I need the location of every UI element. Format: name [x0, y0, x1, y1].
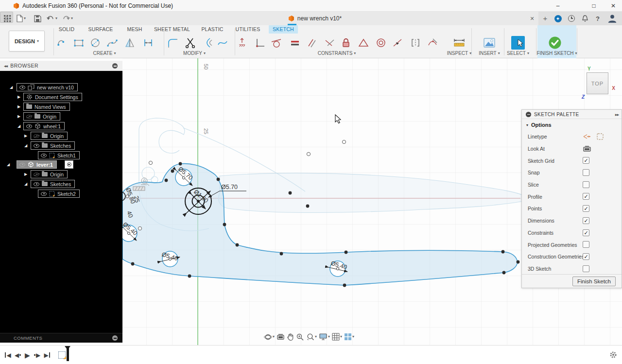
tab-utilities[interactable]: UTILITIES [236, 26, 260, 34]
horizontal-vertical-constraint-icon[interactable] [235, 36, 249, 50]
measure-tool-icon[interactable] [452, 36, 466, 50]
grid-snap-button[interactable]: ▾ [332, 333, 342, 341]
expand-arrow-icon[interactable]: ▶ [24, 172, 27, 176]
tab-mesh[interactable]: MESH [127, 26, 142, 34]
projected-geometries-checkbox[interactable] [583, 241, 589, 248]
expand-arrow-icon[interactable]: ▶ [17, 104, 20, 109]
curve-tool-icon[interactable] [216, 36, 229, 50]
centerline-icon[interactable] [583, 133, 591, 140]
profile-checkbox[interactable]: ✓ [583, 193, 589, 200]
symmetry-constraint-icon[interactable] [409, 36, 422, 50]
workspace-selector[interactable]: DESIGN ▾ [9, 31, 45, 52]
coincident-constraint-icon[interactable] [253, 36, 267, 50]
expand-arrow-icon[interactable]: ▶ [17, 114, 20, 119]
timeline-skip-end-button[interactable]: ▶ [43, 351, 51, 359]
tree-item-origin[interactable]: Origin [23, 112, 60, 121]
eye-visible-icon[interactable] [19, 86, 25, 89]
line-tool-icon[interactable] [55, 36, 69, 50]
fix-constraint-icon[interactable] [339, 36, 353, 50]
circle-tool-icon[interactable] [88, 36, 102, 50]
zoom-button[interactable] [296, 333, 304, 341]
tree-item-named-views[interactable]: Named Views [23, 103, 70, 111]
save-button[interactable] [34, 14, 41, 23]
tree-item-wheel-sketches[interactable]: Sketches [31, 141, 75, 150]
activate-component-radio[interactable] [65, 160, 73, 169]
help-icon[interactable]: ? [593, 14, 603, 23]
constraints-checkbox[interactable]: ✓ [583, 229, 589, 236]
new-tab-button[interactable]: + [540, 13, 550, 24]
dimensions-checkbox[interactable]: ✓ [583, 217, 589, 224]
expand-arrow-icon[interactable]: ◢ [7, 162, 10, 167]
timeline-skip-start-button[interactable]: ◀ [4, 351, 12, 359]
tree-item-sketch1[interactable]: Sketch1 [38, 151, 80, 159]
spline-tool-icon[interactable] [105, 36, 119, 50]
point-marker[interactable] [126, 195, 129, 198]
timeline-step-back-button[interactable]: ◀ [14, 351, 22, 359]
midpoint-constraint-icon[interactable] [357, 36, 370, 50]
group-finish-sketch[interactable]: FINISH SKETCH▾ [536, 51, 577, 56]
mirror-tool-icon[interactable] [123, 36, 137, 50]
eye-visible-icon[interactable] [41, 154, 47, 157]
group-create[interactable]: CREATE▾ [93, 51, 116, 56]
equal-constraint-icon[interactable] [288, 36, 302, 50]
insert-image-icon[interactable] [483, 36, 496, 50]
finish-sketch-icon[interactable] [548, 36, 562, 50]
pan-button[interactable] [287, 333, 294, 341]
expand-arrow-icon[interactable]: ▶ [17, 95, 20, 99]
tree-item-root[interactable]: new wrench v10 [17, 83, 78, 91]
eye-hidden-icon[interactable] [34, 134, 39, 138]
minimize-button[interactable]: – [550, 0, 566, 12]
3d-sketch-checkbox[interactable] [583, 265, 589, 272]
points-checkbox[interactable]: ✓ [583, 205, 589, 212]
eye-visible-icon[interactable] [34, 144, 39, 148]
timeline-position-marker[interactable] [67, 347, 69, 361]
tangent-constraint-icon[interactable] [269, 36, 283, 50]
eye-visible-icon[interactable] [34, 182, 39, 186]
job-status-icon[interactable] [567, 14, 576, 23]
concentric-constraint-icon[interactable] [374, 36, 388, 50]
snap-checkbox[interactable] [583, 169, 589, 176]
comments-bar[interactable]: COMMENTS [0, 333, 122, 343]
group-constraints[interactable]: CONSTRAINTS▾ [318, 51, 356, 56]
timeline-sketch-feature[interactable] [58, 351, 66, 359]
extensions-icon[interactable]: ✦ [553, 14, 563, 23]
expand-arrow-icon[interactable]: ◢ [17, 124, 20, 128]
view-cube[interactable]: TOP Y X Z [587, 72, 608, 94]
close-button[interactable]: ✕ [605, 0, 622, 12]
timeline-step-forward-button[interactable]: ▶ [33, 351, 41, 359]
finish-sketch-button[interactable]: Finish Sketch [572, 277, 616, 286]
expand-arrow-icon[interactable]: ◢ [24, 143, 27, 148]
user-avatar[interactable] [607, 14, 617, 23]
notifications-bell-icon[interactable] [580, 14, 590, 23]
expand-arrow-icon[interactable]: ◢ [10, 85, 13, 89]
tree-item-document-settings[interactable]: Document Settings [23, 93, 82, 101]
timeline-play-button[interactable]: ▶ [23, 351, 32, 359]
expand-arrow-icon[interactable]: ▶ [24, 134, 27, 138]
slice-checkbox[interactable] [583, 181, 589, 188]
settings-gear-icon[interactable] [609, 351, 617, 361]
app-grid-icon[interactable] [4, 14, 11, 23]
construction-line-icon[interactable] [596, 133, 604, 140]
sketch-grid-checkbox[interactable]: ✓ [583, 157, 589, 164]
orbit-button[interactable]: ▾ [264, 333, 275, 341]
select-tool-icon[interactable] [511, 36, 525, 50]
redo-button[interactable]: ▾ [62, 14, 73, 23]
panel-options-icon[interactable] [112, 63, 118, 69]
group-select[interactable]: SELECT▾ [507, 51, 529, 56]
fillet-tool-icon[interactable] [166, 36, 179, 50]
file-menu-button[interactable]: ▾ [17, 14, 26, 23]
tab-sheet-metal[interactable]: SHEET METAL [154, 26, 190, 34]
look-at-button[interactable] [276, 333, 285, 341]
group-inspect[interactable]: INSPECT▾ [447, 51, 471, 56]
document-tab[interactable]: new wrench v10* [92, 12, 537, 25]
display-settings-button[interactable]: ▾ [319, 333, 330, 341]
tab-sketch[interactable]: SKETCH [269, 25, 298, 34]
eye-hidden-icon[interactable] [34, 173, 39, 176]
trim-tool-icon[interactable] [184, 36, 197, 50]
tree-item-lever-active[interactable]: lever:1 [17, 160, 57, 169]
eye-visible-icon[interactable] [26, 124, 32, 128]
perpendicular-constraint-icon[interactable] [323, 36, 336, 50]
parallel-constraint-icon[interactable] [305, 36, 318, 50]
palette-collapse-icon[interactable] [526, 112, 531, 117]
tree-item-lever-origin[interactable]: Origin [31, 170, 68, 178]
